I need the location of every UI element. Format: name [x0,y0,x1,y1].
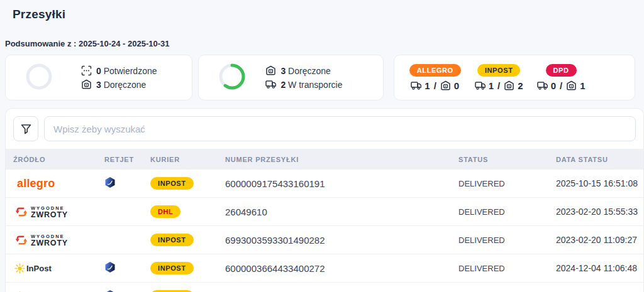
truck-icon [265,79,276,90]
filter-button[interactable] [13,116,38,141]
col-header-zrodlo[interactable]: ŹRÓDŁO [13,156,104,163]
shipments-panel: ŹRÓDŁO RETJET KURIER NUMER PRZESYŁKI STA… [5,108,644,292]
shipment-number: 6000003664433400272 [225,263,458,274]
col-header-data-statsu[interactable]: DATA STATSU [556,156,643,163]
carrier-delivered-count: 1 [580,80,585,91]
wygodne-zwroty-line2: ZWROTY [31,212,68,218]
search-input[interactable] [44,116,636,141]
shipment-number: 6000009175433160191 [225,178,458,189]
progress-delivered-stat: 3 Doręczone [265,64,342,78]
status-date: 2025-10-15 16:51:08 [556,178,643,188]
retjet-logo-icon [104,289,116,292]
carrier-transit-count: 1 [425,80,430,91]
courier-badge: INPOST [150,262,194,274]
carriers-card: ALLEGRO 1 / 0 INPOST 1 / 2 DPD 0 / 1 [394,55,635,100]
locker-icon [81,79,92,90]
carrier-badge: ALLEGRO [409,64,461,77]
status-date: 2023-02-20 11:09:27 [556,235,643,245]
retjet-cell [104,261,150,276]
col-header-status[interactable]: STATUS [458,156,556,163]
carrier-delivered-count: 2 [518,80,523,91]
table-body: allegro INPOST 6000009175433160191 DELIV… [6,170,643,292]
truck-icon [411,80,421,91]
table-row[interactable]: WYGODNE ZWROTY DHL 26049610 DELIVERED 2 [6,198,643,226]
shipment-status: DELIVERED [458,179,556,188]
status-date: 2023-02-20 15:55:33 [556,207,643,217]
source-cell: WYGODNE ZWROTY [13,205,104,219]
wygodne-zwroty-logo: WYGODNE ZWROTY [13,234,104,247]
courier-badge: DHL [150,205,180,218]
summary-cards: 0 Potwierdzone 3 Doręczone [5,55,635,100]
wygodne-zwroty-line2: ZWROTY [31,240,68,246]
inpost-logo: InPost [13,263,104,274]
source-cell: WYGODNE ZWROTY [13,234,104,247]
progress-delivered-count: 3 [280,66,286,76]
status-date: 2024-12-04 11:06:48 [556,263,643,273]
shipment-status: DELIVERED [458,207,556,217]
locker-icon [504,80,514,91]
retjet-logo-icon [104,176,116,188]
progress-ring [218,62,247,94]
col-header-kurier[interactable]: KURIER [150,156,225,163]
carrier-summary: DPD 0 / 1 [537,64,586,91]
scan-icon [81,65,92,76]
table-header: ŹRÓDŁO RETJET KURIER NUMER PRZESYŁKI STA… [6,149,643,170]
retjet-logo-icon [104,261,116,273]
courier-badge: INPOST [150,234,194,246]
table-row[interactable]: InPost INPOST 6000003664433400272 DELIVE… [6,254,643,283]
shipment-number: 26049610 [225,207,458,217]
inpost-logo-text: InPost [26,264,52,273]
shipment-status: DELIVERED [458,264,556,273]
table-row[interactable]: InPost INPOST 6000004864433400103 DELIVE… [6,283,643,292]
carrier-delivered-count: 0 [454,80,459,91]
delivered-label: Doręczone [104,80,147,90]
col-header-retjet[interactable]: RETJET [104,156,150,163]
retjet-cell [104,176,150,191]
shipment-number: 6993003593301490282 [225,235,458,246]
progress-transit-count: 2 [280,80,286,90]
retjet-cell [104,205,150,219]
courier-cell: DHL [150,205,225,218]
progress-transit-stat: 2 W transporcie [265,78,342,92]
table-row[interactable]: WYGODNE ZWROTY INPOST 699300359330149028… [6,226,643,254]
carrier-transit-count: 1 [489,80,494,91]
truck-icon [537,80,548,91]
return-arrows-icon [14,205,28,219]
carrier-transit-count: 0 [551,80,556,91]
confirmed-label: Potwierdzone [104,66,157,76]
allegro-logo: allegro [13,177,55,190]
progress-delivered-label: Doręczone [288,66,331,76]
locker-icon [265,65,276,76]
courier-cell: INPOST [150,262,225,274]
truck-icon [475,80,486,91]
progress-card: 3 Doręczone 2 W transporcie [198,55,383,100]
inpost-sun-icon [14,263,25,274]
confirmations-card: 0 Potwierdzone 3 Doręczone [5,55,192,100]
retjet-cell [104,289,150,292]
confirmations-ring [25,62,53,94]
carrier-summary: ALLEGRO 1 / 0 [409,64,461,91]
delivered-count: 3 [96,80,101,90]
courier-cell: INPOST [150,234,225,246]
delivered-stat: 3 Doręczone [81,78,157,92]
progress-transit-label: W transporcie [288,80,342,90]
shipment-status: DELIVERED [458,235,556,245]
summary-date-range: Podsumowanie z : 2025-10-24 - 2025-10-31 [5,39,644,48]
carrier-badge: INPOST [477,64,521,77]
page-title: Przesyłki [5,0,644,21]
confirmed-count: 0 [96,66,101,76]
courier-badge: INPOST [150,177,194,190]
courier-cell: INPOST [150,177,225,190]
filter-row [6,109,643,149]
funnel-icon [20,123,32,135]
carrier-summary: INPOST 1 / 2 [475,64,523,91]
confirmed-stat: 0 Potwierdzone [81,64,157,78]
retjet-cell [104,233,150,247]
carrier-badge: DPD [546,64,577,77]
source-cell: allegro [13,177,104,190]
col-header-numer[interactable]: NUMER PRZESYŁKI [225,156,458,163]
return-arrows-icon [14,234,28,247]
locker-icon [566,80,577,91]
table-row[interactable]: allegro INPOST 6000009175433160191 DELIV… [6,170,643,198]
wygodne-zwroty-logo: WYGODNE ZWROTY [13,205,104,219]
